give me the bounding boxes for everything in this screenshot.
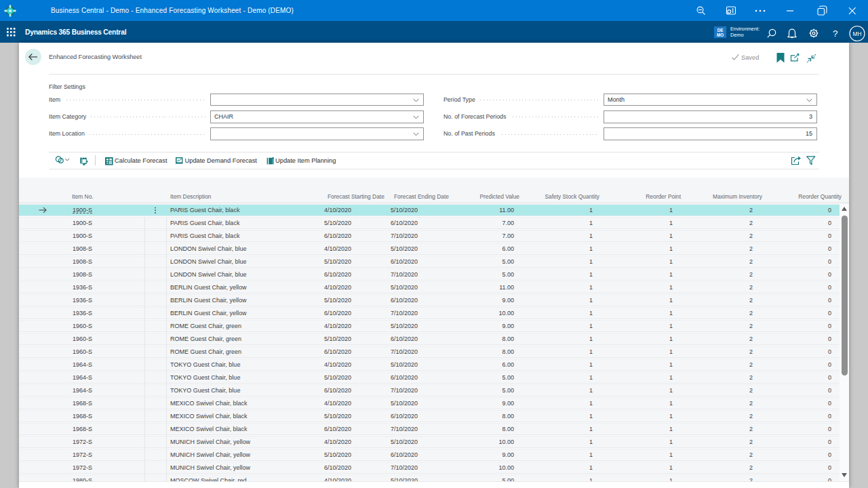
svg-text:?: ? — [833, 28, 838, 39]
svg-text:MH: MH — [853, 30, 862, 37]
